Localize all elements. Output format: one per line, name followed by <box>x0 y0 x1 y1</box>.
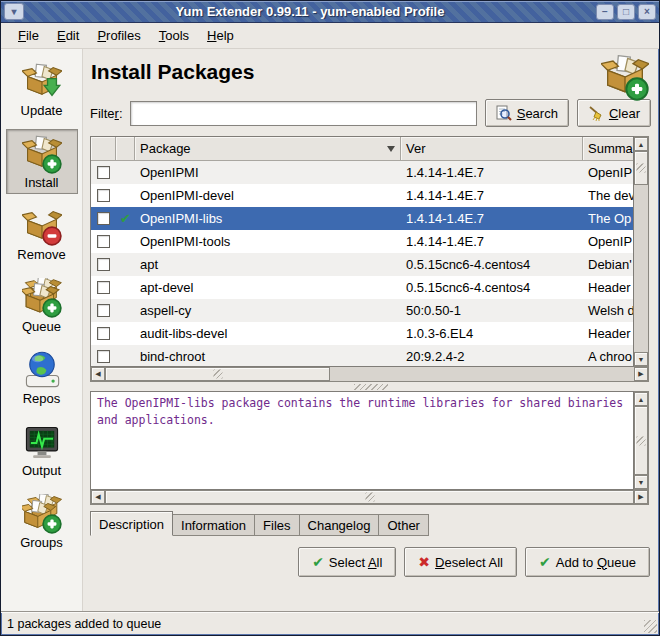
scrollbar-thumb[interactable] <box>634 406 648 475</box>
sort-descending-icon <box>387 146 395 156</box>
sidebar-item-groups[interactable]: Groups <box>6 489 78 554</box>
row-checkbox[interactable] <box>97 258 110 271</box>
scroll-down-icon[interactable]: ▼ <box>634 475 648 489</box>
clear-button[interactable]: Clear <box>577 99 651 127</box>
remove-icon <box>22 206 62 246</box>
scroll-left-icon[interactable]: ◀ <box>91 367 105 381</box>
table-row[interactable]: OpenIPMI-tools 1.4.14-1.4E.7 OpenIP <box>91 230 633 253</box>
row-checkbox[interactable] <box>97 304 110 317</box>
column-header-summary[interactable]: Summary <box>583 137 633 161</box>
package-table: Package Ver Summary OpenIPMI 1.4. <box>90 136 649 382</box>
menu-file[interactable]: File <box>9 24 48 47</box>
tab-description[interactable]: Description <box>90 511 173 536</box>
deselect-all-label: Deselect All <box>435 555 503 570</box>
maximize-icon[interactable]: □ <box>617 4 635 20</box>
scroll-right-icon[interactable]: ▶ <box>634 367 648 381</box>
menu-profiles[interactable]: Profiles <box>88 24 149 47</box>
column-header-package[interactable]: Package <box>135 137 401 161</box>
clear-button-label: Clear <box>609 106 640 121</box>
sidebar: Update Install Remove Queue <box>1 49 83 611</box>
select-all-label: Select All <box>329 555 382 570</box>
update-icon <box>22 62 62 102</box>
app-window: ▾ Yum Extender 0.99.11 - yum-enabled Pro… <box>0 0 660 636</box>
clear-broom-icon <box>588 105 604 121</box>
table-row-selected[interactable]: ✔ OpenIPMI-libs 1.4.14-1.4E.7 The Op <box>91 207 633 230</box>
select-all-button[interactable]: ✔ Select All <box>298 547 396 577</box>
filter-label: Filter: <box>90 106 123 121</box>
row-checkbox[interactable] <box>97 327 110 340</box>
check-icon: ✔ <box>539 555 551 569</box>
column-header-ver[interactable]: Ver <box>401 137 583 161</box>
tab-files[interactable]: Files <box>255 514 299 536</box>
table-vertical-scrollbar[interactable]: ▲ ▼ <box>634 136 649 367</box>
main-panel: Install Packages Filter: Search <box>83 49 659 611</box>
scrollbar-thumb[interactable] <box>105 367 330 381</box>
search-button-label: Search <box>517 106 558 121</box>
table-body: OpenIPMI 1.4.14-1.4E.7 OpenIP OpenIPMI-d… <box>91 161 633 366</box>
table-row[interactable]: audit-libs-devel 1.0.3-6.EL4 Header <box>91 322 633 345</box>
scroll-left-icon[interactable]: ◀ <box>91 490 105 504</box>
row-checkbox[interactable] <box>97 235 110 248</box>
tab-other[interactable]: Other <box>379 514 429 536</box>
output-icon <box>22 422 62 462</box>
row-checkbox[interactable] <box>97 189 110 202</box>
table-row[interactable]: OpenIPMI-devel 1.4.14-1.4E.7 The dev <box>91 184 633 207</box>
scroll-right-icon[interactable]: ▶ <box>634 490 648 504</box>
description-text: The OpenIPMI-libs package contains the r… <box>97 395 627 428</box>
menu-help[interactable]: Help <box>198 24 243 47</box>
table-row[interactable]: aspell-cy 50:0.50-1 Welsh d <box>91 299 633 322</box>
sidebar-item-output[interactable]: Output <box>6 417 78 482</box>
sidebar-item-update[interactable]: Update <box>6 57 78 122</box>
filter-input[interactable] <box>130 101 477 126</box>
install-icon <box>22 134 62 174</box>
window-menu-icon[interactable]: ▾ <box>4 3 24 20</box>
description-pane: The OpenIPMI-libs package contains the r… <box>90 391 649 505</box>
table-row[interactable]: OpenIPMI 1.4.14-1.4E.7 OpenIP <box>91 161 633 184</box>
cross-icon: ✖ <box>418 555 430 569</box>
sidebar-item-queue[interactable]: Queue <box>6 273 78 338</box>
titlebar[interactable]: ▾ Yum Extender 0.99.11 - yum-enabled Pro… <box>1 1 659 23</box>
description-vertical-scrollbar[interactable]: ▲ ▼ <box>634 391 649 490</box>
description-horizontal-scrollbar[interactable]: ◀ ▶ <box>90 490 649 505</box>
tab-information[interactable]: Information <box>173 514 255 536</box>
row-checkbox[interactable] <box>97 281 110 294</box>
sidebar-item-install[interactable]: Install <box>6 129 78 194</box>
groups-icon <box>22 494 62 534</box>
pane-splitter[interactable] <box>90 382 651 391</box>
search-button[interactable]: Search <box>485 99 569 127</box>
table-horizontal-scrollbar[interactable]: ◀ ▶ <box>90 367 649 382</box>
menu-tools[interactable]: Tools <box>150 24 198 47</box>
menubar: File Edit Profiles Tools Help <box>1 23 659 49</box>
tab-changelog[interactable]: Changelog <box>300 514 380 536</box>
row-checkbox[interactable] <box>97 166 110 179</box>
scrollbar-thumb[interactable] <box>105 490 634 504</box>
sidebar-item-repos[interactable]: Repos <box>6 345 78 410</box>
page-title: Install Packages <box>91 60 651 84</box>
check-icon: ✔ <box>312 555 324 569</box>
table-row[interactable]: apt-devel 0.5.15cnc6-4.centos4 Header <box>91 276 633 299</box>
scroll-up-icon[interactable]: ▲ <box>634 392 648 406</box>
scrollbar-thumb[interactable] <box>634 151 648 185</box>
action-buttons: ✔ Select All ✖ Deselect All ✔ Add to Que… <box>90 547 651 577</box>
table-row[interactable]: apt 0.5.15cnc6-4.centos4 Debian' <box>91 253 633 276</box>
statusbar: 1 packages added to queue <box>1 611 659 635</box>
column-header-status[interactable] <box>116 137 135 161</box>
menu-edit[interactable]: Edit <box>48 24 88 47</box>
sidebar-item-remove[interactable]: Remove <box>6 201 78 266</box>
scroll-down-icon[interactable]: ▼ <box>634 352 648 366</box>
resize-grip[interactable] <box>644 620 657 633</box>
row-checkbox[interactable] <box>97 350 110 363</box>
description-textview[interactable]: The OpenIPMI-libs package contains the r… <box>90 391 634 490</box>
table-row[interactable]: bind-chroot 20:9.2.4-2 A chroo <box>91 345 633 366</box>
row-checkbox[interactable] <box>97 212 110 225</box>
install-packages-icon <box>601 53 649 101</box>
status-text: 1 packages added to queue <box>7 617 161 631</box>
search-icon <box>496 105 512 121</box>
column-header-checkbox[interactable] <box>91 137 116 161</box>
add-to-queue-label: Add to Queue <box>556 555 636 570</box>
deselect-all-button[interactable]: ✖ Deselect All <box>404 547 517 577</box>
add-to-queue-button[interactable]: ✔ Add to Queue <box>525 547 650 577</box>
minimize-icon[interactable]: − <box>596 4 614 20</box>
scroll-up-icon[interactable]: ▲ <box>634 137 648 151</box>
close-icon[interactable]: × <box>638 4 656 20</box>
